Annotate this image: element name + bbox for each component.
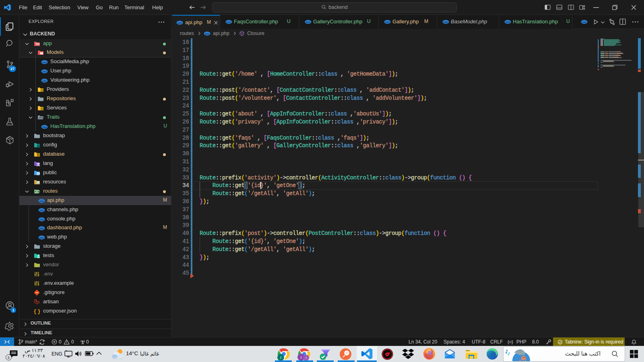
svg-text:php: php (385, 21, 390, 23)
svg-text:php: php (39, 200, 44, 202)
svg-text:{ }: { } (34, 309, 40, 315)
svg-text:php: php (582, 21, 586, 23)
svg-text:php: php (42, 61, 47, 64)
svg-text:php: php (177, 22, 182, 24)
svg-text:php: php (39, 218, 44, 221)
svg-text:php: php (226, 21, 231, 23)
svg-text:php: php (42, 70, 47, 73)
svg-text:php: php (204, 33, 209, 35)
svg-text:php: php (39, 237, 44, 239)
svg-text:php: php (39, 227, 44, 230)
svg-text:php: php (505, 21, 510, 23)
svg-text:php: php (305, 21, 310, 23)
svg-text:php: php (443, 21, 448, 23)
svg-text:php: php (42, 80, 47, 82)
svg-text:文: 文 (36, 162, 40, 167)
svg-text:php: php (39, 209, 44, 212)
svg-text:php: php (42, 126, 47, 128)
